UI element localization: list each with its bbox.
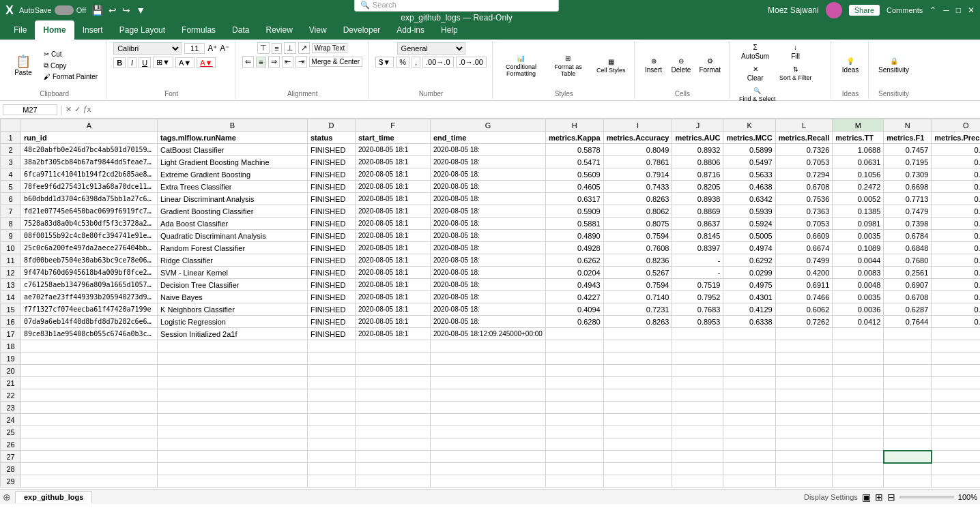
cell-o[interactable]: 0.7837: [932, 218, 980, 230]
cell-g[interactable]: 2020-08-05 18:: [431, 291, 546, 303]
autosave-toggle[interactable]: AutoSave Off: [19, 5, 86, 15]
empty-cell[interactable]: [672, 438, 723, 451]
cell-g[interactable]: 2020-08-05 18:: [431, 168, 546, 181]
empty-cell[interactable]: [545, 463, 603, 475]
cell-l[interactable]: 0.6609: [775, 230, 833, 242]
cell-i[interactable]: [603, 328, 672, 340]
search-bar[interactable]: 🔍 Search: [354, 0, 559, 12]
tab-formulas[interactable]: Formulas: [173, 20, 224, 40]
empty-cell[interactable]: [21, 353, 158, 365]
sheet-tab-exp[interactable]: exp_github_logs: [15, 491, 92, 503]
cell-n[interactable]: 0.7644: [884, 316, 932, 328]
cell-o[interactable]: 0.6100: [932, 291, 980, 303]
cell-i[interactable]: 0.8236: [603, 254, 672, 267]
cell-l[interactable]: 0.6674: [775, 242, 833, 254]
close-button[interactable]: ✕: [968, 5, 975, 15]
cell-d[interactable]: FINISHED: [308, 156, 356, 168]
number-format-select[interactable]: General: [397, 42, 465, 55]
text-direction-button[interactable]: ↗: [298, 42, 310, 54]
empty-cell[interactable]: [545, 402, 603, 414]
empty-cell[interactable]: [21, 377, 158, 389]
col-header-m[interactable]: M: [833, 119, 884, 132]
empty-cell[interactable]: [158, 389, 308, 402]
cell-d[interactable]: FINISHED: [308, 144, 356, 156]
cell-j1[interactable]: metrics.AUC: [672, 132, 723, 144]
cell-o[interactable]: 0.6970: [932, 279, 980, 291]
cell-a[interactable]: fd21e07745e6450bac0699f6919fc7ce: [21, 205, 158, 218]
cell-d[interactable]: FINISHED: [308, 267, 356, 279]
sort-filter-button[interactable]: ⇅ Sort & Filter: [777, 65, 815, 83]
name-box[interactable]: [3, 104, 57, 115]
cell-f[interactable]: 2020-08-05 18:1: [356, 254, 431, 267]
cell-g[interactable]: 2020-08-05 18:: [431, 267, 546, 279]
cell-i[interactable]: 0.8263: [603, 316, 672, 328]
cell-g[interactable]: 2020-08-05 18:: [431, 218, 546, 230]
cell-m1[interactable]: metrics.TT: [833, 132, 884, 144]
empty-cell[interactable]: [356, 475, 431, 488]
cell-o1[interactable]: metrics.Precision: [932, 132, 980, 144]
cell-g[interactable]: 2020-08-05 18:: [431, 303, 546, 316]
empty-cell[interactable]: [431, 402, 546, 414]
row-num[interactable]: 11: [1, 254, 21, 267]
cell-j[interactable]: 0.8397: [672, 242, 723, 254]
empty-cell[interactable]: [431, 475, 546, 488]
empty-cell[interactable]: [884, 451, 932, 463]
clear-button[interactable]: ✕ Clear: [736, 64, 774, 83]
cell-l[interactable]: 0.7466: [775, 291, 833, 303]
empty-cell[interactable]: [158, 414, 308, 426]
empty-cell[interactable]: [603, 402, 672, 414]
cell-d[interactable]: FINISHED: [308, 254, 356, 267]
cell-b[interactable]: Light Gradient Boosting Machine: [158, 156, 308, 168]
cell-l1[interactable]: metrics.Recall: [775, 132, 833, 144]
format-as-table-button[interactable]: ⊞ Format as Table: [547, 53, 590, 78]
cell-f[interactable]: 2020-08-05 18:1: [356, 242, 431, 254]
cell-b[interactable]: SVM - Linear Kernel: [158, 267, 308, 279]
empty-cell[interactable]: [884, 414, 932, 426]
empty-cell[interactable]: [833, 438, 884, 451]
cell-g[interactable]: 2020-08-05 18:12:09.245000+00:00: [431, 328, 546, 340]
tab-data[interactable]: Data: [224, 20, 257, 40]
cell-k[interactable]: [723, 328, 775, 340]
empty-cell[interactable]: [932, 475, 980, 488]
empty-cell[interactable]: [545, 475, 603, 488]
empty-cell[interactable]: [723, 389, 775, 402]
cell-i[interactable]: 0.5267: [603, 267, 672, 279]
cell-g1[interactable]: end_time: [431, 132, 546, 144]
cell-l[interactable]: 0.7499: [775, 254, 833, 267]
cell-o[interactable]: 0.6600: [932, 303, 980, 316]
find-select-button[interactable]: 🔍 Find & Select: [736, 86, 779, 104]
empty-cell[interactable]: [833, 451, 884, 463]
empty-cell[interactable]: [932, 389, 980, 402]
cell-b[interactable]: Decision Tree Classifier: [158, 279, 308, 291]
row-num[interactable]: 17: [1, 328, 21, 340]
merge-center-button[interactable]: Merge & Center: [309, 57, 363, 67]
cell-a[interactable]: c761258aeb134796a809a1665d105709: [21, 279, 158, 291]
cell-h[interactable]: 0.4928: [545, 242, 603, 254]
empty-cell[interactable]: [932, 377, 980, 389]
cell-n[interactable]: 0.6708: [884, 291, 932, 303]
empty-cell[interactable]: [603, 426, 672, 438]
cell-k[interactable]: 0.4975: [723, 279, 775, 291]
cell-b[interactable]: Extreme Gradient Boosting: [158, 168, 308, 181]
empty-cell[interactable]: [932, 353, 980, 365]
cell-g[interactable]: 2020-08-05 18:: [431, 193, 546, 205]
cell-k[interactable]: 0.5633: [723, 168, 775, 181]
confirm-formula-icon[interactable]: ✓: [74, 105, 81, 114]
empty-cell[interactable]: [21, 340, 158, 353]
empty-cell[interactable]: [158, 438, 308, 451]
cell-o[interactable]: 0.7920: [932, 254, 980, 267]
font-size-input[interactable]: [184, 43, 205, 54]
ideas-button[interactable]: 💡 Ideas: [838, 56, 863, 75]
empty-cell[interactable]: [833, 389, 884, 402]
tab-view[interactable]: View: [301, 20, 335, 40]
cell-i[interactable]: 0.7594: [603, 230, 672, 242]
cell-l[interactable]: [775, 328, 833, 340]
row-num[interactable]: 16: [1, 316, 21, 328]
cell-h[interactable]: 0.6262: [545, 254, 603, 267]
cell-i[interactable]: 0.8062: [603, 205, 672, 218]
empty-cell[interactable]: [431, 365, 546, 377]
cell-n[interactable]: 0.7398: [884, 218, 932, 230]
cell-k[interactable]: 0.5005: [723, 230, 775, 242]
empty-cell[interactable]: [932, 451, 980, 463]
cell-j[interactable]: [672, 328, 723, 340]
